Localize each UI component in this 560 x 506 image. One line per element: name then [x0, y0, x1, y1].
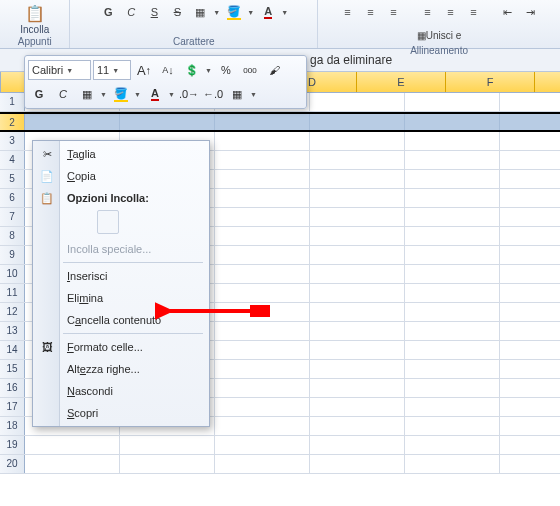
decrease-font-button[interactable]: A↓ [157, 59, 179, 81]
align-middle-button[interactable]: ≡ [361, 2, 381, 22]
scissors-icon: ✂ [39, 146, 55, 162]
align-left-button[interactable]: ≡ [418, 2, 438, 22]
ctx-paste-option-item[interactable] [35, 210, 207, 238]
alignment-group: ≡ ≡ ≡ ≡ ≡ ≡ ⇤ ⇥ ▦ Unisci e Allineamento [318, 0, 560, 48]
cell[interactable] [500, 93, 560, 111]
increase-font-button[interactable]: A↑ [133, 59, 155, 81]
mini-toolbar: Calibri▼ 11▼ A↑ A↓ 💲▼ % 000 🖌 G C ▦▼ 🪣▼ … [24, 55, 307, 109]
mini-bold-button[interactable]: G [28, 83, 50, 105]
cell[interactable] [500, 114, 560, 130]
format-painter-button[interactable]: 🖌 [263, 59, 285, 81]
strike-button[interactable]: S [167, 2, 187, 22]
row-selected: 2 [0, 112, 560, 132]
row-header[interactable]: 18 [0, 417, 25, 435]
row-header[interactable]: 7 [0, 208, 25, 226]
cell[interactable] [405, 93, 500, 111]
fill-color-button[interactable]: 🪣 [224, 2, 244, 22]
comma-style-button[interactable]: 000 [239, 59, 261, 81]
clipboard-icon: 📋 [39, 190, 55, 206]
annotation-arrow [155, 296, 275, 326]
col-header[interactable]: G [535, 72, 560, 92]
row-header[interactable]: 6 [0, 189, 25, 207]
cell[interactable] [405, 114, 500, 130]
mini-font-color-button[interactable]: A [144, 83, 166, 105]
row-header[interactable]: 13 [0, 322, 25, 340]
row-header[interactable]: 17 [0, 398, 25, 416]
row-header[interactable]: 8 [0, 227, 25, 245]
row-header[interactable]: 11 [0, 284, 25, 302]
row-header[interactable]: 1 [0, 93, 25, 111]
format-cells-icon: 🖼 [39, 339, 55, 355]
bold-button[interactable]: G [98, 2, 118, 22]
copy-icon: 📄 [39, 168, 55, 184]
increase-indent-button[interactable]: ⇥ [521, 2, 541, 22]
ctx-cut[interactable]: ✂Taglia [35, 143, 207, 165]
ctx-paste-special: Incolla speciale... [35, 238, 207, 260]
paste-button[interactable]: 📋 Incolla [16, 2, 53, 35]
clipboard-group: 📋 Incolla Appunti [0, 0, 70, 48]
svg-rect-1 [250, 305, 270, 317]
mini-italic-button[interactable]: C [52, 83, 74, 105]
cell[interactable] [310, 93, 405, 111]
mini-decrease-decimal-button[interactable]: .0→ [178, 83, 200, 105]
align-bottom-button[interactable]: ≡ [384, 2, 404, 22]
font-name-combo[interactable]: Calibri▼ [28, 60, 91, 80]
clipboard-group-label: Appunti [6, 36, 63, 48]
decrease-indent-button[interactable]: ⇤ [498, 2, 518, 22]
cell[interactable] [310, 114, 405, 130]
row-header[interactable]: 9 [0, 246, 25, 264]
ctx-hide[interactable]: Nascondi [35, 380, 207, 402]
font-color-button[interactable]: A [258, 2, 278, 22]
row-header[interactable]: 12 [0, 303, 25, 321]
percent-button[interactable]: % [215, 59, 237, 81]
ctx-insert[interactable]: Inserisci [35, 265, 207, 287]
italic-button[interactable]: C [121, 2, 141, 22]
font-group: G C S S ▦▼ 🪣▼ A▼ Carattere [70, 0, 318, 48]
row-header[interactable]: 19 [0, 436, 25, 454]
mini-fill-button[interactable]: 🪣 [110, 83, 132, 105]
border-button[interactable]: ▦ [190, 2, 210, 22]
merge-button[interactable]: ▦ Unisci e [413, 25, 466, 45]
align-top-button[interactable]: ≡ [338, 2, 358, 22]
row-header[interactable]: 16 [0, 379, 25, 397]
context-menu: ✂Taglia 📄Copia 📋Opzioni Incolla: Incolla… [32, 140, 210, 427]
row-header[interactable]: 15 [0, 360, 25, 378]
row-header[interactable]: 14 [0, 341, 25, 359]
ribbon: 📋 Incolla Appunti G C S S ▦▼ 🪣▼ A▼ Carat… [0, 0, 560, 49]
paste-label: Incolla [20, 24, 49, 35]
col-header[interactable]: E [357, 72, 446, 92]
align-center-button[interactable]: ≡ [441, 2, 461, 22]
mini-increase-decimal-button[interactable]: ←.0 [202, 83, 224, 105]
cell[interactable] [120, 114, 215, 130]
align-right-button[interactable]: ≡ [464, 2, 484, 22]
cell[interactable] [25, 114, 120, 130]
font-group-label: Carattere [76, 36, 311, 48]
mini-merge-button[interactable]: ▦ [226, 83, 248, 105]
font-size-combo[interactable]: 11▼ [93, 60, 131, 80]
row-header[interactable]: 5 [0, 170, 25, 188]
mini-border-button[interactable]: ▦ [76, 83, 98, 105]
cell[interactable] [215, 114, 310, 130]
ctx-copy[interactable]: 📄Copia [35, 165, 207, 187]
ctx-format-cells[interactable]: 🖼Formato celle... [35, 336, 207, 358]
ctx-paste-options-heading: 📋Opzioni Incolla: [35, 187, 207, 209]
row-header[interactable]: 3 [0, 132, 25, 150]
ctx-unhide[interactable]: Scopri [35, 402, 207, 424]
row-header[interactable]: 20 [0, 455, 25, 473]
paste-option-icon [97, 210, 119, 234]
paste-icon: 📋 [24, 2, 46, 24]
col-header[interactable]: F [446, 72, 535, 92]
row-header[interactable]: 4 [0, 151, 25, 169]
accounting-format-button[interactable]: 💲 [181, 59, 203, 81]
row-header[interactable]: 10 [0, 265, 25, 283]
ctx-row-height[interactable]: Altezza righe... [35, 358, 207, 380]
row-header[interactable]: 2 [0, 114, 25, 130]
underline-button[interactable]: S [144, 2, 164, 22]
